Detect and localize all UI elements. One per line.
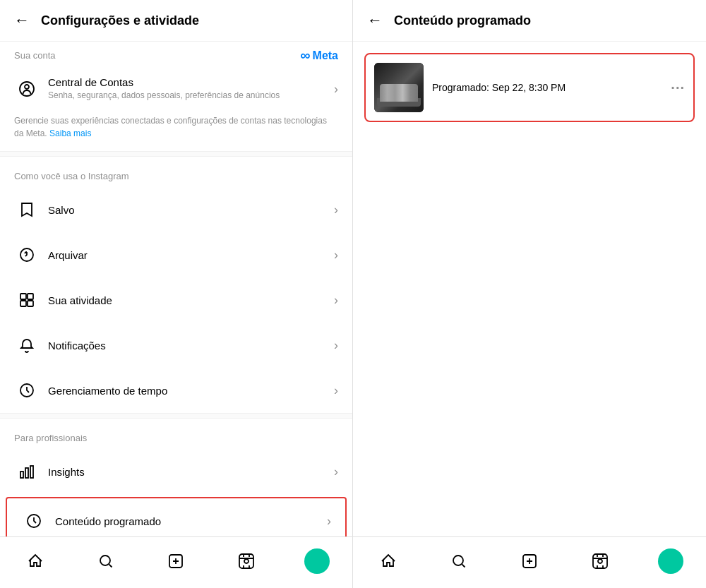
svg-rect-5 <box>20 301 26 306</box>
para-profissionais-label: Para profissionais <box>0 419 352 449</box>
archive-icon <box>14 242 40 268</box>
svg-rect-10 <box>30 466 33 478</box>
salvo-chevron: › <box>334 203 338 217</box>
right-bottom-nav <box>353 536 706 588</box>
activity-icon <box>14 287 40 313</box>
right-header: ← Conteúdo programado <box>353 0 706 42</box>
left-panel: ← Configurações e atividade Sua conta ∞ … <box>0 0 353 588</box>
menu-item-salvo[interactable]: Salvo › <box>0 187 352 232</box>
menu-item-gerenciamento-tempo[interactable]: Gerenciamento de tempo › <box>0 368 352 413</box>
meta-logo: ∞ Meta <box>300 47 338 64</box>
scheduled-date-text: Programado: Sep 22, 8:30 PM <box>432 82 662 93</box>
right-content: Programado: Sep 22, 8:30 PM ··· <box>353 42 706 536</box>
menu-item-insights[interactable]: Insights › <box>0 449 352 494</box>
notificacoes-chevron: › <box>334 338 338 353</box>
svg-point-18 <box>244 559 249 563</box>
svg-point-22 <box>598 559 602 563</box>
salvo-title: Salvo <box>48 204 334 216</box>
conteudo-programado-chevron: › <box>327 514 331 529</box>
central-contas-content: Central de Contas Senha, segurança, dado… <box>48 76 334 102</box>
divider-2 <box>0 413 352 419</box>
nav-profile-left[interactable] <box>301 546 333 577</box>
left-back-button[interactable]: ← <box>14 11 30 30</box>
sua-atividade-title: Sua atividade <box>48 294 334 306</box>
nav-plus-right[interactable] <box>514 546 545 577</box>
arquivar-content: Arquivar <box>48 249 334 261</box>
meta-text: Meta <box>313 49 338 62</box>
insights-chevron: › <box>334 464 338 479</box>
insights-title: Insights <box>48 466 334 478</box>
svg-rect-6 <box>28 301 33 306</box>
meta-infinity-icon: ∞ <box>300 47 309 64</box>
left-bottom-nav <box>0 536 352 588</box>
svg-rect-8 <box>20 472 23 478</box>
menu-item-sua-atividade[interactable]: Sua atividade › <box>0 277 352 323</box>
notificacoes-content: Notificações <box>48 340 334 352</box>
arquivar-chevron: › <box>334 248 338 263</box>
menu-item-central-contas[interactable]: Central de Contas Senha, segurança, dado… <box>0 66 352 112</box>
sua-atividade-content: Sua atividade <box>48 294 334 306</box>
nav-profile-right[interactable] <box>655 546 686 577</box>
menu-item-conteudo-programado[interactable]: Conteúdo programado › <box>7 498 345 536</box>
nav-plus-left[interactable] <box>160 546 191 577</box>
sua-conta-label: Sua conta <box>14 50 56 61</box>
como-voce-usa-label: Como você usa o Instagram <box>0 157 352 187</box>
menu-item-notificacoes[interactable]: Notificações › <box>0 323 352 368</box>
svg-rect-3 <box>20 294 26 299</box>
svg-point-1 <box>25 85 29 89</box>
clock-icon <box>14 378 40 403</box>
notificacoes-title: Notificações <box>48 340 334 352</box>
insights-content: Insights <box>48 466 334 478</box>
bar-chart-icon <box>14 459 40 484</box>
svg-point-19 <box>453 556 463 565</box>
right-back-button[interactable]: ← <box>367 11 383 30</box>
meta-info-text: Gerencie suas experiências conectadas e … <box>0 112 352 151</box>
clock-circle-icon <box>21 508 47 534</box>
gerenciamento-tempo-chevron: › <box>334 383 338 398</box>
left-header: ← Configurações e atividade <box>0 0 352 42</box>
salvo-content: Salvo <box>48 204 334 216</box>
highlighted-conteudo-programado: Conteúdo programado › <box>6 497 347 536</box>
right-panel: ← Conteúdo programado Programado: Sep 22… <box>353 0 706 588</box>
svg-rect-21 <box>593 554 607 568</box>
left-page-title: Configurações e atividade <box>41 13 199 28</box>
nav-reels-right[interactable] <box>585 546 616 577</box>
arquivar-title: Arquivar <box>48 249 334 261</box>
saiba-mais-link[interactable]: Saiba mais <box>49 128 91 138</box>
svg-rect-9 <box>25 468 28 478</box>
scheduled-more-button[interactable]: ··· <box>671 80 685 96</box>
nav-search-right[interactable] <box>443 546 474 577</box>
left-content: Sua conta ∞ Meta Central de Contas Senha… <box>0 42 352 536</box>
person-circle-icon <box>14 76 40 102</box>
scheduled-info: Programado: Sep 22, 8:30 PM <box>432 82 662 93</box>
nav-search-left[interactable] <box>90 546 121 577</box>
sua-atividade-chevron: › <box>334 293 338 308</box>
bookmark-icon <box>14 197 40 222</box>
scheduled-thumbnail <box>374 63 424 112</box>
divider-1 <box>0 151 352 157</box>
scheduled-item: Programado: Sep 22, 8:30 PM ··· <box>364 53 695 122</box>
svg-rect-17 <box>239 554 253 568</box>
bell-icon <box>14 332 40 358</box>
right-page-title: Conteúdo programado <box>394 13 531 28</box>
conteudo-programado-title: Conteúdo programado <box>55 515 327 527</box>
car-thumbnail-image <box>374 63 424 112</box>
sua-conta-header: Sua conta ∞ Meta <box>0 42 352 66</box>
nav-home-left[interactable] <box>20 546 51 577</box>
central-contas-subtitle: Senha, segurança, dados pessoais, prefer… <box>48 90 334 102</box>
profile-dot-left <box>304 548 330 574</box>
central-contas-chevron: › <box>334 82 338 97</box>
menu-item-arquivar[interactable]: Arquivar › <box>0 232 352 277</box>
gerenciamento-tempo-title: Gerenciamento de tempo <box>48 385 334 397</box>
gerenciamento-tempo-content: Gerenciamento de tempo <box>48 385 334 397</box>
conteudo-programado-content: Conteúdo programado <box>55 515 327 527</box>
svg-rect-4 <box>28 294 33 299</box>
profile-dot-right <box>658 548 683 574</box>
central-contas-title: Central de Contas <box>48 76 334 88</box>
nav-reels-left[interactable] <box>231 546 262 577</box>
svg-point-15 <box>100 556 110 565</box>
nav-home-right[interactable] <box>373 546 404 577</box>
